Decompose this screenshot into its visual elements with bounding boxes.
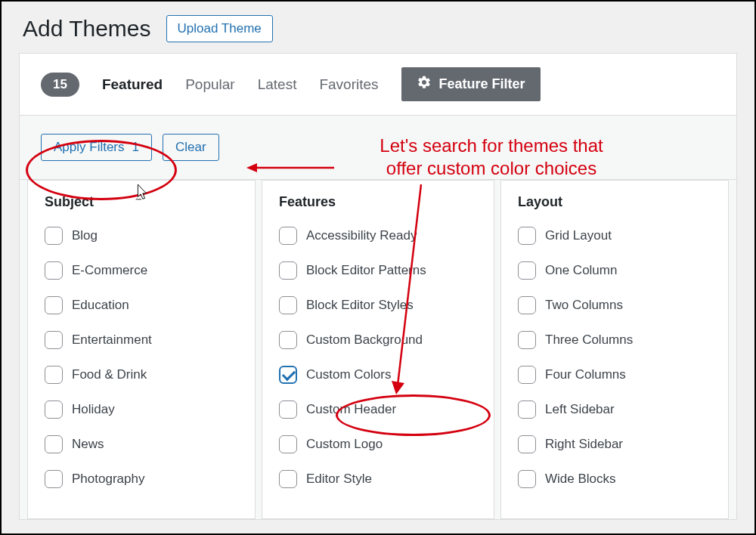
checkbox-icon[interactable] <box>45 366 63 384</box>
tab-featured[interactable]: Featured <box>102 76 163 93</box>
filter-checkbox-item[interactable]: Wide Blocks <box>518 470 711 488</box>
page-title: Add Themes <box>23 16 151 42</box>
checkbox-label: Photography <box>72 472 144 487</box>
tab-popular[interactable]: Popular <box>185 76 235 93</box>
filter-checkbox-item[interactable]: Food & Drink <box>45 366 238 384</box>
checkbox-label: E-Commerce <box>72 263 147 278</box>
checkbox-icon[interactable] <box>45 435 63 453</box>
feature-filter-button[interactable]: Feature Filter <box>401 67 541 101</box>
checkbox-icon[interactable] <box>518 470 536 488</box>
clear-filters-button[interactable]: Clear <box>163 134 219 161</box>
filter-checkbox-item[interactable]: Education <box>45 296 238 314</box>
filter-checkbox-item[interactable]: Two Columns <box>518 296 711 314</box>
tab-latest[interactable]: Latest <box>258 76 297 93</box>
filter-checkbox-item[interactable]: Left Sidebar <box>518 400 711 419</box>
filter-checkbox-item[interactable]: E-Commerce <box>45 261 238 280</box>
checkbox-label: Education <box>72 298 129 313</box>
checkbox-icon[interactable] <box>279 400 297 419</box>
filter-checkbox-item[interactable]: Custom Logo <box>279 435 477 453</box>
checkbox-label: Block Editor Patterns <box>306 263 426 278</box>
theme-browser-panel: 15 Featured Popular Latest Favorites Fea… <box>19 53 737 520</box>
filter-checkbox-item[interactable]: Entertainment <box>45 331 238 349</box>
checkbox-icon[interactable] <box>45 261 63 280</box>
theme-count-badge: 15 <box>41 73 79 97</box>
checkbox-label: Right Sidebar <box>545 437 623 452</box>
checkbox-label: Grid Layout <box>545 228 612 243</box>
checkbox-label: Custom Header <box>306 402 396 417</box>
checkbox-icon[interactable] <box>45 470 63 488</box>
checkbox-label: Entertainment <box>72 332 152 348</box>
checkbox-label: Three Columns <box>545 332 633 348</box>
checkbox-icon[interactable] <box>279 366 297 384</box>
checkbox-label: Two Columns <box>545 298 623 313</box>
checkbox-label: Custom Logo <box>306 437 383 452</box>
filter-checkbox-item[interactable]: Four Columns <box>518 366 711 384</box>
filter-column-heading: Layout <box>518 194 711 210</box>
filter-actions-bar: Apply Filters 1 Clear <box>20 116 736 180</box>
checkbox-icon[interactable] <box>279 296 297 314</box>
filter-checkbox-item[interactable]: Photography <box>45 470 238 488</box>
checkbox-icon[interactable] <box>279 470 297 488</box>
checkbox-icon[interactable] <box>518 366 536 384</box>
filter-checkbox-item[interactable]: Block Editor Styles <box>279 296 477 314</box>
checkbox-label: Four Columns <box>545 367 626 382</box>
checkbox-label: Blog <box>72 228 98 243</box>
checkbox-icon[interactable] <box>45 400 63 419</box>
filter-column-features: FeaturesAccessibility ReadyBlock Editor … <box>262 180 494 519</box>
checkbox-label: News <box>72 437 104 452</box>
filter-checkbox-item[interactable]: Editor Style <box>279 470 477 488</box>
apply-filters-label: Apply Filters <box>54 140 125 155</box>
filter-column-heading: Features <box>279 194 477 210</box>
page-header: Add Themes Upload Theme <box>2 2 754 53</box>
checkbox-icon[interactable] <box>45 227 63 245</box>
apply-filters-count: 1 <box>132 140 139 155</box>
tab-favorites[interactable]: Favorites <box>319 76 378 93</box>
filter-column-subject: SubjectBlogE-CommerceEducationEntertainm… <box>27 180 256 519</box>
feature-filter-label: Feature Filter <box>439 76 525 92</box>
checkbox-icon[interactable] <box>518 400 536 419</box>
filter-checkbox-item[interactable]: Custom Header <box>279 400 477 419</box>
checkbox-icon[interactable] <box>518 296 536 314</box>
filter-checkbox-item[interactable]: Custom Colors <box>279 366 477 384</box>
checkbox-label: Editor Style <box>306 472 372 487</box>
filter-tabs-bar: 15 Featured Popular Latest Favorites Fea… <box>20 54 736 116</box>
filter-checkbox-item[interactable]: Block Editor Patterns <box>279 261 477 280</box>
upload-theme-button[interactable]: Upload Theme <box>166 15 273 42</box>
checkbox-label: One Column <box>545 263 617 278</box>
filter-columns: SubjectBlogE-CommerceEducationEntertainm… <box>20 180 736 519</box>
gear-icon <box>417 75 432 94</box>
checkbox-icon[interactable] <box>279 331 297 349</box>
apply-filters-button[interactable]: Apply Filters 1 <box>41 134 152 161</box>
filter-column-layout: LayoutGrid LayoutOne ColumnTwo ColumnsTh… <box>500 180 729 519</box>
checkbox-icon[interactable] <box>279 227 297 245</box>
filter-checkbox-item[interactable]: Grid Layout <box>518 227 711 245</box>
checkbox-label: Custom Background <box>306 332 423 348</box>
checkbox-label: Holiday <box>72 402 115 417</box>
checkbox-label: Left Sidebar <box>545 402 615 417</box>
filter-checkbox-item[interactable]: One Column <box>518 261 711 280</box>
filter-checkbox-item[interactable]: Accessibility Ready <box>279 227 477 245</box>
filter-checkbox-item[interactable]: Blog <box>45 227 238 245</box>
checkbox-label: Food & Drink <box>72 367 147 382</box>
checkbox-icon[interactable] <box>279 261 297 280</box>
checkbox-icon[interactable] <box>518 331 536 349</box>
checkbox-icon[interactable] <box>518 227 536 245</box>
filter-checkbox-item[interactable]: Custom Background <box>279 331 477 349</box>
checkbox-icon[interactable] <box>279 435 297 453</box>
filter-checkbox-item[interactable]: Holiday <box>45 400 238 419</box>
checkbox-label: Custom Colors <box>306 367 391 382</box>
checkbox-label: Block Editor Styles <box>306 298 414 313</box>
checkbox-label: Wide Blocks <box>545 472 616 487</box>
checkbox-label: Accessibility Ready <box>306 228 417 243</box>
filter-checkbox-item[interactable]: News <box>45 435 238 453</box>
checkbox-icon[interactable] <box>518 261 536 280</box>
filter-checkbox-item[interactable]: Right Sidebar <box>518 435 711 453</box>
filter-column-heading: Subject <box>45 194 238 210</box>
checkbox-icon[interactable] <box>518 435 536 453</box>
checkbox-icon[interactable] <box>45 331 63 349</box>
checkbox-icon[interactable] <box>45 296 63 314</box>
filter-checkbox-item[interactable]: Three Columns <box>518 331 711 349</box>
